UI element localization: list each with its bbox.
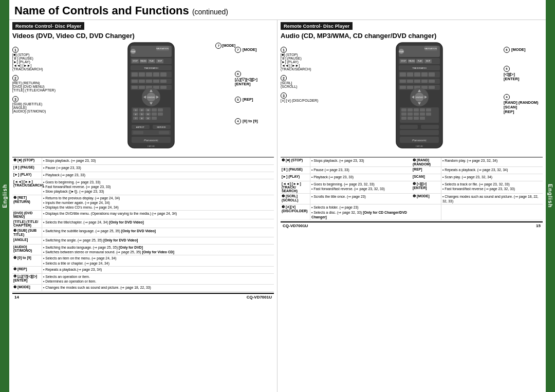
desc-row-0-9: ❹ [0] to [9] Selects an item on the menu… xyxy=(12,255,274,266)
r-desc-row-stop: ❶ [■] (STOP) Stops playback. (⇒ page 23,… xyxy=(281,158,543,167)
svg-text:STOP: STOP xyxy=(401,60,406,62)
left-upper-section: 1 [■] (STOP) [⏸] (PAUSE) [►] (PLAY) [◄◄]… xyxy=(12,42,274,155)
svg-text:TRACK/SEARCH: TRACK/SEARCH xyxy=(144,67,158,69)
r-desc-row-track: [◄◄] [►►](TRACK/SEARCH) Goes to beginnin… xyxy=(281,181,543,194)
svg-rect-27 xyxy=(153,80,159,83)
svg-text:NAVIGATION: NAVIGATION xyxy=(156,47,168,50)
desc-row-stop: ❶ [■] (STOP) Stops playback. (⇒ page 23,… xyxy=(12,158,274,165)
left-labels-left: 1 [■] (STOP) [⏸] (PAUSE) [►] (PLAY) [◄◄]… xyxy=(12,42,69,155)
right-footer: CQ-VD7001U 15 xyxy=(281,221,543,229)
right-remote-image: PWR NAVIGATION STOP PAUSE PLAY SKIP T xyxy=(337,42,502,155)
svg-rect-30 xyxy=(132,86,138,89)
svg-rect-103 xyxy=(421,80,428,83)
right-labels-right: 6 [MODE] 5 [◁][▷][ENTER] 4 [RAND] (RANDO… xyxy=(502,42,543,155)
svg-rect-130 xyxy=(408,117,413,120)
svg-text:STOP: STOP xyxy=(133,60,138,62)
desc-row-sub: ❸ [SUB] (SUBTITLE) Switching the subtitl… xyxy=(12,228,274,237)
svg-rect-133 xyxy=(400,125,418,129)
annotation-6: 6 [△][▽][◁][▷][ENTER] xyxy=(235,71,274,86)
svg-rect-121 xyxy=(414,108,419,111)
svg-rect-127 xyxy=(420,113,425,116)
svg-text:SKIP: SKIP xyxy=(158,60,162,62)
r-desc-row-disc: ❸ [∧][∨](DISC/FOLDER) Selects a folder. … xyxy=(281,204,543,220)
svg-rect-31 xyxy=(139,86,145,89)
right-remote-svg: PWR NAVIGATION STOP PAUSE PLAY SKIP T xyxy=(388,42,450,152)
svg-rect-100 xyxy=(400,80,406,83)
desc-row-audio: [AUDIO](ST/MONO) Switching the audio lan… xyxy=(12,245,274,255)
r-label-group-3: 3 [∧] [∨] (DISC/FOLDER) xyxy=(281,92,335,103)
svg-rect-26 xyxy=(146,80,152,83)
svg-rect-28 xyxy=(160,80,166,83)
desc-row-pause: [⏸] (PAUSE) Pause (⇒ page 23, 33) xyxy=(12,165,274,172)
svg-rect-123 xyxy=(426,108,431,111)
label-group-2: 2 [RET] (RETURN) [DVD] (DVD MENU) [TITLE… xyxy=(12,75,67,92)
svg-rect-46 xyxy=(152,108,157,111)
svg-text:PWR: PWR xyxy=(131,50,135,53)
label-group-3: 3 [SUB] (SUBTITLE) [ANGLE] [AUDIO] (ST/M… xyxy=(12,96,67,113)
svg-rect-128 xyxy=(426,113,431,116)
svg-text:PAUSE: PAUSE xyxy=(140,60,146,62)
desc-row-dvd: [DVD] (DVDMENU) Displays the DVD/title m… xyxy=(12,211,274,219)
right-tab-label: English xyxy=(547,184,553,208)
left-side-tab: English xyxy=(0,0,9,392)
left-footer: 14 CQ-VD7001U xyxy=(12,293,274,301)
svg-text:PAUSE: PAUSE xyxy=(409,60,415,62)
two-col-layout: Remote Control- Disc Player Videos (DVD,… xyxy=(9,20,546,392)
desc-row-angle: [ANGLE] Switching the angle. (⇒ page 25,… xyxy=(12,237,274,245)
svg-rect-119 xyxy=(401,108,406,111)
svg-rect-120 xyxy=(408,108,413,111)
svg-rect-22 xyxy=(160,72,166,77)
right-column: Remote Control- Disc Player Audio (CD, M… xyxy=(278,20,546,392)
svg-rect-52 xyxy=(158,113,163,116)
left-badge-text: Remote Control- Disc Player xyxy=(12,22,84,30)
svg-rect-24 xyxy=(132,80,138,83)
svg-text:Panasonic: Panasonic xyxy=(143,139,158,142)
svg-text:SKIP: SKIP xyxy=(426,60,431,62)
svg-rect-19 xyxy=(139,72,145,77)
right-page-num: 15 xyxy=(536,223,541,228)
svg-rect-107 xyxy=(407,86,413,89)
svg-text:NAVIGATION: NAVIGATION xyxy=(424,47,437,50)
desc-row-ret: ❷ [RET](RETURN) Returns to the previous … xyxy=(12,195,274,211)
left-desc-section: ❶ [■] (STOP) Stops playback. (⇒ page 23,… xyxy=(12,157,274,390)
svg-text:PWR: PWR xyxy=(399,50,403,53)
right-desc-section: ❶ [■] (STOP) Stops playback. (⇒ page 23,… xyxy=(281,157,543,390)
right-section-title: Audio (CD, MP3/WMA, CD changer/DVD chang… xyxy=(281,32,543,40)
svg-rect-129 xyxy=(401,117,406,120)
svg-text:ASPECT: ASPECT xyxy=(136,126,144,128)
left-page-num: 14 xyxy=(14,295,19,300)
r-label-group-2: 2 [SCRL] (SCROLL) xyxy=(281,75,335,88)
label-group-1: 1 [■] (STOP) [⏸] (PAUSE) [►] (PLAY) [◄◄]… xyxy=(12,47,67,71)
r-desc-row-play: [►] (PLAY) Playback (⇒ page 23, 33) [SCA… xyxy=(281,174,543,181)
svg-rect-132 xyxy=(420,117,425,120)
left-remote-badge: Remote Control- Disc Player xyxy=(12,22,274,31)
right-upper-section: 1 [■] (STOP) [⏸] (PAUSE) [►] (PLAY) [◄◄]… xyxy=(281,42,543,155)
svg-text:TRACK/SEARCH: TRACK/SEARCH xyxy=(412,67,427,69)
svg-rect-124 xyxy=(401,113,406,116)
right-remote-badge: Remote Control- Disc Player xyxy=(281,22,543,31)
desc-row-mode-l: ❼ [MODE] Changes the modes such as sound… xyxy=(12,285,274,292)
left-column: Remote Control- Disc Player Videos (DVD,… xyxy=(9,20,278,392)
right-labels-left: 1 [■] (STOP) [⏸] (PAUSE) [►] (PLAY) [◄◄]… xyxy=(281,42,337,155)
svg-rect-96 xyxy=(414,72,420,77)
svg-text:CAR AV: CAR AV xyxy=(147,145,155,147)
desc-row-enter: ❻ [△][▽][◁][▷][ENTER] Selects an operati… xyxy=(12,274,274,285)
left-desc-table: ❶ [■] (STOP) Stops playback. (⇒ page 23,… xyxy=(12,157,274,292)
annotation-5: 5 [REP] xyxy=(235,97,274,103)
svg-rect-18 xyxy=(132,72,138,77)
r-desc-row-scrl: ❷ [SCRL](SCROLL) Scrolls the title once.… xyxy=(281,194,543,204)
r-annotation-4: 4 [RAND] (RANDOM)[SCAN][REP] xyxy=(504,94,543,114)
annotation-4: 4 [0] to [9] xyxy=(235,118,274,124)
svg-rect-47 xyxy=(158,108,163,111)
svg-rect-20 xyxy=(146,72,152,77)
svg-rect-125 xyxy=(408,113,413,116)
svg-text:Panasonic: Panasonic xyxy=(412,139,427,142)
svg-text:CAR AV: CAR AV xyxy=(416,145,423,147)
page-title: Name of Controls and Functions (continue… xyxy=(14,4,541,17)
svg-rect-51 xyxy=(152,113,157,116)
svg-rect-72 xyxy=(159,131,169,134)
svg-rect-71 xyxy=(133,131,143,134)
r-annotation-5: 5 [◁][▷][ENTER] xyxy=(504,66,543,81)
svg-rect-34 xyxy=(160,86,166,89)
svg-rect-131 xyxy=(414,117,419,120)
